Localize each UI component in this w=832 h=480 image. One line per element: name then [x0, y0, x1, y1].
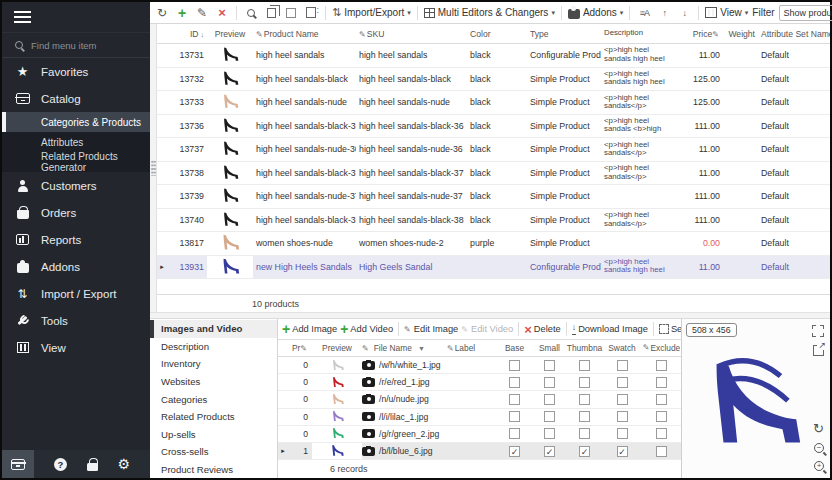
sidebar-item-view[interactable]: View	[2, 334, 150, 361]
add-product-icon[interactable]: +	[174, 5, 190, 21]
image-row[interactable]: 0 /w/h/white_1.jpg	[278, 357, 681, 374]
column-header-thumbnail[interactable]: Thumbna	[567, 343, 602, 353]
tab-related-products[interactable]: Related Products	[150, 408, 277, 426]
checkbox-select-icon[interactable]	[283, 5, 299, 21]
delete-image-button[interactable]: ×Delete	[524, 321, 560, 337]
small-checkbox[interactable]	[544, 411, 555, 422]
base-checkbox[interactable]	[509, 377, 520, 388]
swatch-checkbox[interactable]	[617, 377, 628, 388]
download-image-button[interactable]: ↓Download Image	[572, 323, 648, 335]
settings-gear-icon[interactable]: ⚙	[118, 457, 131, 471]
small-checkbox[interactable]: ✓	[544, 446, 555, 457]
sidebar-item-related-products-generator[interactable]: Related Products Generator	[2, 152, 150, 172]
add-image-button[interactable]: +Add Image	[282, 321, 337, 337]
product-row[interactable]: 13731 high heel sandalshigh heel sandals…	[157, 44, 830, 68]
lock-icon[interactable]	[87, 463, 98, 471]
small-checkbox[interactable]	[544, 360, 555, 371]
swatch-checkbox[interactable]: ✓	[617, 446, 628, 457]
fullscreen-icon[interactable]	[812, 325, 824, 337]
column-header-id[interactable]: ID↓	[167, 29, 207, 39]
column-header-description[interactable]: Description	[601, 29, 671, 38]
column-header-small[interactable]: Small	[532, 343, 567, 353]
menu-icon[interactable]	[14, 11, 31, 23]
tab-inventory[interactable]: Inventory	[150, 355, 277, 373]
base-checkbox[interactable]: ✓	[509, 446, 520, 457]
base-checkbox[interactable]	[509, 411, 520, 422]
product-row[interactable]: 13737 high heel sandals-nude-36high heel…	[157, 138, 830, 162]
sort-ascending-icon[interactable]: ↑	[656, 5, 672, 21]
search-products-icon[interactable]	[243, 5, 259, 21]
tab-websites[interactable]: Websites	[150, 373, 277, 391]
edit-product-icon[interactable]: ✎	[194, 5, 210, 21]
column-header-product-name[interactable]: ✎Product Name	[253, 29, 356, 39]
copy-icon[interactable]	[263, 5, 279, 21]
sidebar-item-favorites[interactable]: ★ Favorites	[2, 58, 150, 85]
delete-product-icon[interactable]: ×	[214, 5, 230, 21]
column-header-position[interactable]: Pr✎	[288, 343, 312, 353]
rotate-image-icon[interactable]: ↻	[813, 421, 824, 436]
product-row-selected[interactable]: ▸ 13931 new High Heels SandalsHigh Geels…	[157, 256, 830, 280]
multi-editors-button[interactable]: Multi Editors & Changers ▾	[424, 7, 555, 18]
product-row[interactable]: 13738 high heel sandals-black-37high hee…	[157, 162, 830, 186]
thumbnail-checkbox[interactable]	[579, 411, 590, 422]
column-header-attribute-set[interactable]: Attribute Set Name	[758, 29, 830, 39]
menu-search-input[interactable]	[31, 40, 131, 51]
tab-cross-sells[interactable]: Cross-sells	[150, 443, 277, 461]
thumbnail-checkbox[interactable]	[579, 394, 590, 405]
view-button[interactable]: View ▾	[705, 7, 748, 18]
swatch-checkbox[interactable]	[617, 394, 628, 405]
sidebar-item-addons[interactable]: Addons	[2, 253, 150, 280]
sort-az-icon[interactable]: ≡A	[636, 5, 652, 21]
column-header-sku[interactable]: ✎SKU	[356, 29, 467, 39]
tab-up-sells[interactable]: Up-sells	[150, 425, 277, 443]
exclude-checkbox[interactable]	[656, 411, 667, 422]
thumbnail-checkbox[interactable]: ✓	[579, 446, 590, 457]
column-header-file-name[interactable]: ✎File Name▼	[362, 343, 447, 353]
edit-image-button[interactable]: ✎Edit Image	[404, 324, 458, 334]
base-checkbox[interactable]	[509, 428, 520, 439]
column-header-label[interactable]: ✎Label	[447, 343, 497, 353]
filter-select[interactable]: Show products from selected categories ▾	[779, 5, 832, 21]
product-row[interactable]: 13740 high heel sandals-black-38high hee…	[157, 209, 830, 233]
exclude-checkbox[interactable]	[656, 394, 667, 405]
import-export-button[interactable]: ⇅ Import/Export ▾	[332, 6, 411, 19]
refresh-icon[interactable]: ↻	[154, 5, 170, 21]
column-header-base[interactable]: Base	[497, 343, 532, 353]
sidebar-item-catalog[interactable]: Catalog	[2, 85, 150, 112]
exclude-checkbox[interactable]	[656, 360, 667, 371]
zoom-in-icon[interactable]: +	[814, 454, 824, 472]
exclude-checkbox[interactable]	[656, 377, 667, 388]
tab-images-and-video[interactable]: Images and Video	[150, 320, 277, 338]
base-checkbox[interactable]	[509, 360, 520, 371]
base-checkbox[interactable]	[509, 394, 520, 405]
add-video-button[interactable]: +Add Video	[340, 321, 393, 337]
column-header-color[interactable]: Color	[467, 29, 527, 39]
image-row[interactable]: 0 /l/i/lilac_1.jpg	[278, 409, 681, 426]
open-external-icon[interactable]: ↗	[813, 345, 824, 356]
product-row[interactable]: 13736 high heel sandals-black-36high hee…	[157, 115, 830, 139]
image-row[interactable]: 0 /g/r/green_2.jpg	[278, 426, 681, 443]
thumbnail-checkbox[interactable]	[579, 360, 590, 371]
thumbnail-checkbox[interactable]	[579, 377, 590, 388]
sort-descending-icon[interactable]: ↓	[676, 5, 692, 21]
column-header-preview[interactable]: Preview	[312, 343, 362, 353]
sidebar-item-reports[interactable]: Reports	[2, 226, 150, 253]
zoom-out-icon[interactable]: −	[814, 436, 824, 454]
sidebar-item-categories-products[interactable]: Categories & Products	[2, 112, 150, 132]
tab-categories[interactable]: Categories	[150, 390, 277, 408]
tab-product-reviews[interactable]: Product Reviews	[150, 461, 277, 479]
product-row[interactable]: 13817 women shoes-nudewomen shoes-nude-2…	[157, 232, 830, 256]
column-header-exclude[interactable]: ✎Exclude	[642, 343, 681, 353]
set-resize-rule-button[interactable]: Set Resize Rule	[659, 324, 681, 334]
panel-splitter[interactable]	[150, 24, 157, 312]
sidebar-item-import-export[interactable]: ⇅ Import / Export	[2, 280, 150, 307]
addons-button[interactable]: Addons ▾	[568, 6, 623, 19]
column-header-swatch[interactable]: Swatch	[602, 343, 642, 353]
store-manager-icon[interactable]	[2, 450, 34, 478]
exclude-checkbox[interactable]	[656, 428, 667, 439]
exclude-checkbox[interactable]	[656, 446, 667, 457]
sidebar-item-tools[interactable]: Tools	[2, 307, 150, 334]
image-row[interactable]: 0 /n/u/nude.jpg	[278, 391, 681, 408]
swatch-checkbox[interactable]	[617, 360, 628, 371]
swatch-checkbox[interactable]	[617, 411, 628, 422]
